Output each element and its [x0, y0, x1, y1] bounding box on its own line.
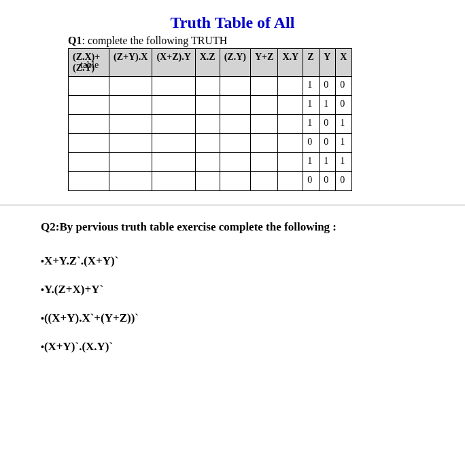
cell-x: 1: [336, 115, 352, 134]
header-col-6: X.Y: [278, 49, 303, 77]
cell: [109, 77, 152, 96]
cell: [109, 115, 152, 134]
cell: [152, 115, 195, 134]
cell: [109, 172, 152, 191]
cell: [195, 77, 220, 96]
cell: [250, 172, 277, 191]
table-row: 1 1 1: [69, 153, 352, 172]
cell: [278, 134, 303, 153]
cell: [278, 153, 303, 172]
cell: [152, 153, 195, 172]
cell-y: 0: [320, 77, 336, 96]
header-col-4: (Z.Y): [220, 49, 250, 77]
expression-item: •Y.(Z+X)+Y`: [41, 283, 438, 296]
q1-note-overlay: table: [80, 60, 99, 71]
cell: [250, 96, 277, 115]
header-col-5: Y+Z: [250, 49, 277, 77]
cell-z: 1: [303, 96, 320, 115]
q1-prompt: Q1: complete the following TRUTH: [68, 35, 438, 47]
cell: [195, 153, 220, 172]
header-col-3: X.Z: [195, 49, 220, 77]
cell: [69, 77, 109, 96]
cell: [250, 134, 277, 153]
cell: [69, 96, 109, 115]
cell-z: 1: [303, 77, 320, 96]
table-row: 1 1 0: [69, 96, 352, 115]
cell-x: 1: [336, 134, 352, 153]
cell: [109, 153, 152, 172]
cell-x: 0: [336, 172, 352, 191]
cell: [220, 96, 250, 115]
expression-list: •X+Y.Z`.(X+Y)` •Y.(Z+X)+Y` •((X+Y).X`+(Y…: [41, 254, 438, 354]
cell-z: 0: [303, 134, 320, 153]
cell-x: 0: [336, 96, 352, 115]
cell-y: 0: [320, 172, 336, 191]
cell: [250, 115, 277, 134]
cell: [195, 134, 220, 153]
truth-table: (Z.X)+(Z.Y) (Z+Y).X (X+Z).Y X.Z (Z.Y) Y+…: [68, 48, 352, 191]
q2-prompt: Q2:By pervious truth table exercise comp…: [41, 220, 438, 234]
cell-y: 1: [320, 153, 336, 172]
cell: [69, 153, 109, 172]
header-col-2: (X+Z).Y: [152, 49, 195, 77]
expression-text: ((X+Y).X`+(Y+Z))`: [44, 311, 139, 324]
page-title: Truth Table of All: [27, 14, 438, 32]
table-row: 0 0 1: [69, 134, 352, 153]
divider: [0, 205, 465, 205]
cell: [220, 134, 250, 153]
cell-z: 1: [303, 115, 320, 134]
cell: [250, 153, 277, 172]
q1-text: : complete the following TRUTH: [82, 35, 227, 46]
cell: [69, 134, 109, 153]
cell: [109, 134, 152, 153]
cell: [152, 77, 195, 96]
cell: [69, 172, 109, 191]
cell: [109, 96, 152, 115]
cell-x: 1: [336, 153, 352, 172]
expression-item: •X+Y.Z`.(X+Y)`: [41, 254, 438, 268]
expression-item: •((X+Y).X`+(Y+Z))`: [41, 311, 438, 325]
expression-text: X+Y.Z`.(X+Y)`: [44, 254, 118, 267]
table-row: 0 0 0: [69, 172, 352, 191]
header-col-1: (Z+Y).X: [109, 49, 152, 77]
table-row: 1 0 0: [69, 77, 352, 96]
expression-item: •(X+Y)`.(X.Y)`: [41, 340, 438, 354]
cell: [220, 77, 250, 96]
cell: [152, 134, 195, 153]
q1-prefix: Q1: [68, 35, 82, 46]
header-col-8: Y: [320, 49, 336, 77]
cell-y: 1: [320, 96, 336, 115]
header-col-7: Z: [303, 49, 320, 77]
cell: [152, 172, 195, 191]
table-header-row: (Z.X)+(Z.Y) (Z+Y).X (X+Z).Y X.Z (Z.Y) Y+…: [69, 49, 352, 77]
expression-text: Y.(Z+X)+Y`: [44, 283, 103, 296]
cell: [278, 77, 303, 96]
cell-y: 0: [320, 115, 336, 134]
cell-x: 0: [336, 77, 352, 96]
cell: [195, 115, 220, 134]
cell-z: 0: [303, 172, 320, 191]
table-row: 1 0 1: [69, 115, 352, 134]
cell: [278, 96, 303, 115]
cell: [220, 172, 250, 191]
cell: [220, 115, 250, 134]
cell-y: 0: [320, 134, 336, 153]
cell: [152, 96, 195, 115]
cell-z: 1: [303, 153, 320, 172]
cell: [69, 115, 109, 134]
cell: [220, 153, 250, 172]
header-col-9: X: [336, 49, 352, 77]
cell: [278, 172, 303, 191]
cell: [278, 115, 303, 134]
expression-text: (X+Y)`.(X.Y)`: [44, 340, 113, 353]
cell: [195, 96, 220, 115]
cell: [250, 77, 277, 96]
cell: [195, 172, 220, 191]
